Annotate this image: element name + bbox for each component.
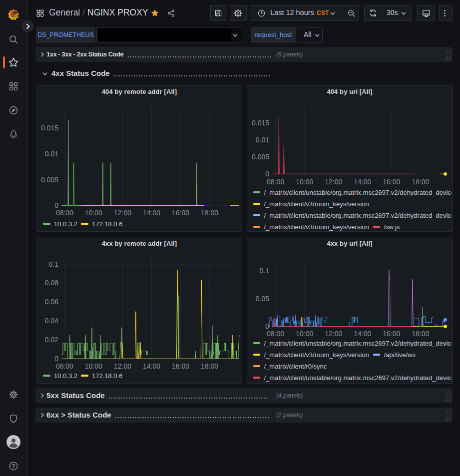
svg-text:16:00: 16:00	[383, 330, 400, 338]
svg-text:12:00: 12:00	[325, 330, 342, 338]
svg-text:0.1: 0.1	[49, 260, 59, 268]
svg-text:0.06: 0.06	[45, 298, 58, 306]
svg-text:16:00: 16:00	[383, 178, 400, 186]
svg-text:0.05: 0.05	[255, 295, 269, 303]
svg-text:0.005: 0.005	[251, 153, 269, 161]
svg-text:0.005: 0.005	[41, 176, 58, 184]
svg-text:08:00: 08:00	[56, 209, 73, 217]
svg-text:10:00: 10:00	[296, 330, 313, 338]
svg-text:0.1: 0.1	[259, 267, 269, 275]
svg-text:0.01: 0.01	[45, 150, 58, 158]
svg-text:18:00: 18:00	[201, 209, 218, 217]
svg-text:14:00: 14:00	[143, 209, 160, 217]
svg-text:0.01: 0.01	[255, 136, 269, 144]
svg-text:12:00: 12:00	[114, 209, 131, 217]
svg-text:14:00: 14:00	[354, 178, 371, 186]
svg-text:18:00: 18:00	[201, 362, 218, 370]
svg-text:08:00: 08:00	[267, 178, 284, 186]
svg-text:14:00: 14:00	[143, 362, 160, 370]
svg-text:0: 0	[54, 355, 58, 363]
svg-text:18:00: 18:00	[412, 178, 429, 186]
svg-text:14:00: 14:00	[354, 330, 371, 338]
svg-text:12:00: 12:00	[325, 178, 342, 186]
svg-text:16:00: 16:00	[172, 209, 189, 217]
svg-text:08:00: 08:00	[267, 330, 284, 338]
svg-text:10:00: 10:00	[85, 362, 102, 370]
svg-text:0.015: 0.015	[251, 119, 269, 127]
svg-text:08:00: 08:00	[56, 362, 73, 370]
svg-text:10:00: 10:00	[85, 209, 102, 217]
svg-text:?: ?	[12, 464, 15, 469]
svg-text:0.02: 0.02	[45, 336, 58, 344]
svg-text:18:00: 18:00	[412, 330, 429, 338]
svg-text:16:00: 16:00	[172, 362, 189, 370]
svg-text:0: 0	[265, 170, 269, 178]
svg-text:10:00: 10:00	[296, 178, 313, 186]
svg-text:12:00: 12:00	[114, 362, 131, 370]
svg-text:0.04: 0.04	[45, 317, 58, 325]
svg-text:0.08: 0.08	[45, 279, 58, 287]
svg-text:0: 0	[54, 201, 58, 209]
svg-text:0.015: 0.015	[41, 124, 58, 132]
